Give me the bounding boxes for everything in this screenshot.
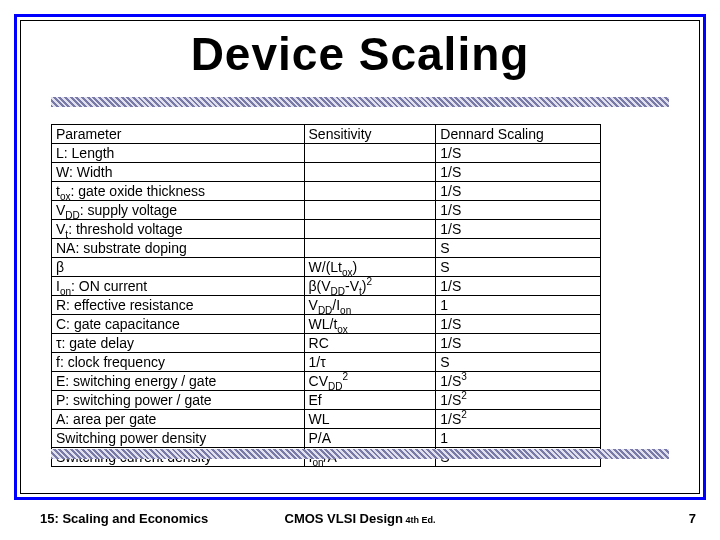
cell-sensitivity: RC — [304, 334, 436, 353]
table-row: P: switching power / gateEf1/S2 — [52, 391, 601, 410]
table-row: Vt: threshold voltage1/S — [52, 220, 601, 239]
slide: Device Scaling Parameter Sensitivity Den… — [0, 0, 720, 540]
table-row: τ: gate delayRC1/S — [52, 334, 601, 353]
cell-dennard: 1 — [436, 429, 601, 448]
cell-dennard: 1/S — [436, 182, 601, 201]
cell-sensitivity: VDD/Ion — [304, 296, 436, 315]
cell-sensitivity: 1/τ — [304, 353, 436, 372]
table-row: f: clock frequency1/τS — [52, 353, 601, 372]
table-row: C: gate capacitanceWL/tox1/S — [52, 315, 601, 334]
cell-dennard: 1/S — [436, 334, 601, 353]
table-row: E: switching energy / gateCVDD21/S3 — [52, 372, 601, 391]
table-row: Ion: ON currentβ(VDD-Vt)21/S — [52, 277, 601, 296]
cell-sensitivity: W/(Ltox) — [304, 258, 436, 277]
table-row: Switching power densityP/A1 — [52, 429, 601, 448]
cell-dennard: 1/S2 — [436, 410, 601, 429]
cell-parameter: P: switching power / gate — [52, 391, 305, 410]
horizontal-rule-bottom — [51, 449, 669, 459]
horizontal-rule-top — [51, 97, 669, 107]
cell-sensitivity — [304, 182, 436, 201]
cell-sensitivity: P/A — [304, 429, 436, 448]
header-sensitivity: Sensitivity — [304, 125, 436, 144]
scaling-table-container: Parameter Sensitivity Dennard Scaling L:… — [51, 124, 601, 467]
cell-sensitivity — [304, 163, 436, 182]
cell-dennard: 1/S — [436, 277, 601, 296]
cell-dennard: S — [436, 353, 601, 372]
cell-sensitivity — [304, 201, 436, 220]
footer-center: CMOS VLSI Design 4th Ed. — [0, 511, 720, 526]
cell-parameter: Switching power density — [52, 429, 305, 448]
cell-parameter: τ: gate delay — [52, 334, 305, 353]
cell-dennard: 1/S — [436, 315, 601, 334]
cell-dennard: S — [436, 239, 601, 258]
cell-parameter: L: Length — [52, 144, 305, 163]
table-row: R: effective resistanceVDD/Ion1 — [52, 296, 601, 315]
cell-parameter: tox: gate oxide thickness — [52, 182, 305, 201]
cell-sensitivity: CVDD2 — [304, 372, 436, 391]
table-row: Parameter Sensitivity Dennard Scaling — [52, 125, 601, 144]
footer-page-number: 7 — [689, 511, 696, 526]
cell-sensitivity — [304, 144, 436, 163]
outer-border: Device Scaling Parameter Sensitivity Den… — [14, 14, 706, 500]
slide-title: Device Scaling — [21, 27, 699, 81]
cell-parameter: NA: substrate doping — [52, 239, 305, 258]
cell-parameter: C: gate capacitance — [52, 315, 305, 334]
cell-parameter: β — [52, 258, 305, 277]
cell-dennard: 1/S2 — [436, 391, 601, 410]
cell-parameter: E: switching energy / gate — [52, 372, 305, 391]
scaling-table-body: Parameter Sensitivity Dennard Scaling L:… — [52, 125, 601, 467]
cell-parameter: Vt: threshold voltage — [52, 220, 305, 239]
table-row: NA: substrate dopingS — [52, 239, 601, 258]
cell-dennard: 1/S — [436, 201, 601, 220]
cell-sensitivity: WL/tox — [304, 315, 436, 334]
inner-border: Device Scaling Parameter Sensitivity Den… — [20, 20, 700, 494]
cell-parameter: W: Width — [52, 163, 305, 182]
table-row: L: Length1/S — [52, 144, 601, 163]
cell-dennard: 1/S — [436, 220, 601, 239]
cell-sensitivity: Ef — [304, 391, 436, 410]
table-row: VDD: supply voltage1/S — [52, 201, 601, 220]
footer-edition: 4th Ed. — [403, 515, 436, 525]
cell-sensitivity — [304, 220, 436, 239]
cell-dennard: S — [436, 258, 601, 277]
cell-parameter: R: effective resistance — [52, 296, 305, 315]
header-dennard: Dennard Scaling — [436, 125, 601, 144]
cell-sensitivity: WL — [304, 410, 436, 429]
cell-dennard: 1/S3 — [436, 372, 601, 391]
cell-sensitivity — [304, 239, 436, 258]
cell-parameter: A: area per gate — [52, 410, 305, 429]
table-row: tox: gate oxide thickness1/S — [52, 182, 601, 201]
header-parameter: Parameter — [52, 125, 305, 144]
table-row: A: area per gateWL1/S2 — [52, 410, 601, 429]
cell-parameter: f: clock frequency — [52, 353, 305, 372]
cell-sensitivity: β(VDD-Vt)2 — [304, 277, 436, 296]
cell-parameter: Ion: ON current — [52, 277, 305, 296]
table-row: W: Width1/S — [52, 163, 601, 182]
table-row: βW/(Ltox)S — [52, 258, 601, 277]
cell-dennard: 1 — [436, 296, 601, 315]
cell-parameter: VDD: supply voltage — [52, 201, 305, 220]
scaling-table: Parameter Sensitivity Dennard Scaling L:… — [51, 124, 601, 467]
footer-center-main: CMOS VLSI Design — [285, 511, 403, 526]
cell-dennard: 1/S — [436, 163, 601, 182]
cell-dennard: 1/S — [436, 144, 601, 163]
